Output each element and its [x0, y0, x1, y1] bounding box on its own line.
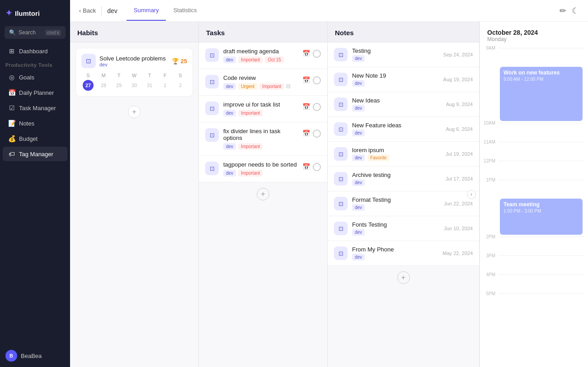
task-manager-icon: ☑ [8, 104, 15, 111]
note-item[interactable]: ⊡ Archive testing dev Jul 17, 2024 [328, 167, 479, 191]
note-icon: ⊡ [334, 246, 348, 260]
task-item[interactable]: ⊡ improve ui for task list dev Important… [199, 96, 327, 122]
link-icon[interactable]: ⊟ [286, 83, 291, 90]
calendar-icon[interactable]: 📅 [302, 103, 310, 110]
time-label: 10AM [484, 121, 498, 125]
note-item[interactable]: ⊡ New Ideas dev Aug 9, 2024 [328, 92, 479, 117]
dark-mode-icon[interactable]: ☾ [572, 6, 579, 16]
time-row: 1PM [484, 180, 584, 199]
sidebar-item-notes[interactable]: 📝 Notes [3, 116, 67, 130]
note-item[interactable]: ⊡ New Feature ideas dev Aug 6, 2024 [328, 117, 479, 142]
back-arrow-icon: ‹ [79, 7, 81, 14]
note-meta: dev [352, 179, 441, 186]
task-tags: dev Important [223, 170, 298, 177]
user-profile[interactable]: B BeaBea [0, 344, 70, 367]
note-item[interactable]: ⊡ Testing dev Sep 24, 2024 [328, 42, 479, 67]
sidebar-item-goals[interactable]: ◎ Goals [3, 70, 67, 84]
note-item[interactable]: ⊡ Format Testing dev Jun 22, 2024 [328, 191, 479, 216]
task-content: tagpoper needs to be sorted dev Importan… [223, 161, 298, 177]
note-item[interactable]: ⊡ New Note 19 dev Aug 19, 2024 [328, 67, 479, 92]
note-content: From My Phone dev [352, 246, 438, 260]
note-meta: dev [352, 130, 442, 136]
habit-tag: dev [99, 62, 168, 67]
task-checkbox[interactable] [313, 130, 321, 138]
task-checkbox[interactable] [313, 76, 321, 84]
cal-day[interactable]: 28 [98, 80, 109, 91]
note-icon: ⊡ [334, 147, 348, 161]
sidebar-item-tag-manager[interactable]: 🏷 Tag Manager [3, 147, 67, 161]
tab-statistics[interactable]: Statistics [166, 0, 204, 21]
note-tag: dev [352, 229, 365, 236]
note-icon: ⊡ [334, 122, 348, 136]
cal-header: F [158, 73, 172, 78]
cal-day[interactable]: 30 [129, 80, 140, 91]
task-title: fix divider lines in task options [223, 128, 298, 141]
habits-panel: Habits ⊡ Solve Leetcode problems dev 🏆 2… [70, 22, 199, 367]
calendar-panel: October 28, 2024 Monday 9AM Work on new … [480, 22, 588, 367]
cal-day[interactable]: 27 [83, 80, 94, 91]
logo-icon: ✦ [5, 8, 12, 18]
note-date: Jul 17, 2024 [446, 176, 473, 181]
panels-wrapper: Habits ⊡ Solve Leetcode problems dev 🏆 2… [70, 22, 588, 367]
time-row: 5PM [484, 293, 584, 312]
notes-panel: Notes ⊡ Testing dev Sep 24, 2024 ⊡ New N… [328, 22, 480, 367]
edit-icon[interactable]: ✏ [560, 6, 566, 16]
topbar-tabs: Summary Statistics [127, 0, 204, 21]
note-meta: dev [352, 229, 439, 236]
cal-day[interactable]: 31 [144, 80, 155, 91]
calendar-event[interactable]: Team meeting 1:00 PM - 3:00 PM [500, 199, 583, 235]
calendar-date: October 28, 2024 [487, 29, 581, 36]
task-content: Code review dev Urgent Important ⊟ [223, 74, 298, 90]
task-item[interactable]: ⊡ tagpoper needs to be sorted dev Import… [199, 156, 327, 182]
note-item[interactable]: ⊡ From My Phone dev May 22, 2024 [328, 241, 479, 266]
note-date: Sep 24, 2024 [443, 52, 473, 57]
cal-day[interactable]: 1 [160, 80, 170, 91]
add-note-button[interactable]: + [328, 266, 479, 289]
calendar-day-name: Monday [487, 36, 581, 42]
back-label: Back [83, 7, 96, 14]
task-checkbox[interactable] [313, 50, 321, 58]
task-tags: dev Important [223, 143, 298, 150]
search-shortcut: cmd k [45, 30, 61, 36]
add-task-button[interactable]: + [199, 182, 327, 206]
search-bar[interactable]: 🔍 Search cmd k [5, 26, 66, 39]
note-content: New Feature ideas dev [352, 122, 442, 136]
task-item[interactable]: ⊡ draft meeting agenda dev Important Oct… [199, 42, 327, 69]
note-date: Aug 6, 2024 [446, 126, 473, 132]
calendar-event[interactable]: Work on new features 9:00 AM - 12:00 PM [500, 67, 583, 121]
task-checkbox[interactable] [313, 103, 321, 111]
goals-icon: ◎ [8, 74, 15, 81]
back-button[interactable]: ‹ Back [79, 7, 96, 14]
tag-dev: dev [223, 83, 236, 90]
calendar-icon[interactable]: 📅 [302, 130, 310, 137]
note-meta: dev [352, 55, 439, 62]
note-title: Archive testing [352, 172, 441, 178]
sidebar-item-task-manager[interactable]: ☑ Task Manager [3, 101, 67, 115]
sidebar-item-daily-planner[interactable]: 📅 Daily Planner [3, 85, 67, 100]
cal-day[interactable]: 29 [113, 80, 124, 91]
task-type-icon: ⊡ [205, 75, 219, 88]
calendar-icon[interactable]: 📅 [302, 76, 310, 84]
expand-calendar-button[interactable]: › [467, 190, 476, 199]
favorite-badge: Favorite [367, 154, 389, 161]
note-item[interactable]: ⊡ lorem ipsum dev Favorite Jul 19, 2024 [328, 142, 479, 167]
event-time: 9:00 AM - 12:00 PM [503, 77, 579, 82]
time-label: 5PM [484, 291, 498, 296]
task-item[interactable]: ⊡ Code review dev Urgent Important ⊟ 📅 [199, 69, 327, 96]
sidebar-item-dashboard[interactable]: ⊞ Dashboard [3, 44, 67, 58]
calendar-icon[interactable]: 📅 [302, 50, 310, 57]
task-item[interactable]: ⊡ fix divider lines in task options dev … [199, 122, 327, 156]
note-date: May 22, 2024 [442, 251, 473, 256]
task-checkbox[interactable] [313, 163, 321, 171]
notes-panel-header: Notes [328, 22, 479, 42]
note-item[interactable]: ⊡ Fonts Testing dev Jun 10, 2024 [328, 216, 479, 241]
calendar-icon[interactable]: 📅 [302, 163, 310, 170]
tab-summary[interactable]: Summary [127, 0, 166, 21]
cal-day[interactable]: 2 [175, 80, 186, 91]
sidebar-item-budget[interactable]: 💰 Budget [3, 131, 67, 146]
time-label: 2PM [484, 234, 498, 239]
add-habit-button[interactable]: + [128, 106, 141, 118]
note-tag: dev [352, 179, 365, 186]
note-title: Testing [352, 47, 439, 54]
note-meta: dev [352, 204, 439, 211]
